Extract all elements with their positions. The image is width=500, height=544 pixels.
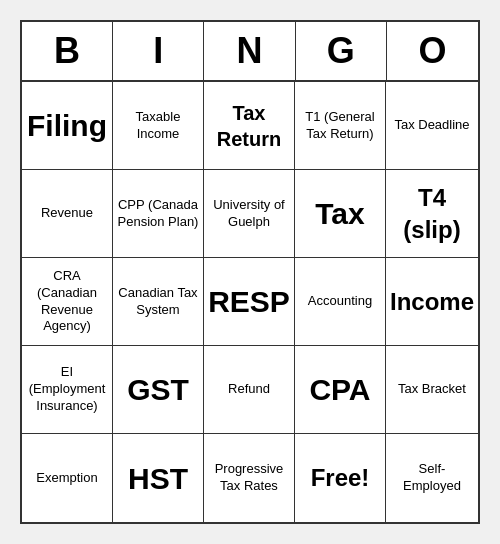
bingo-header-cell: B: [22, 22, 113, 80]
cell-text: HST: [128, 459, 188, 498]
cell-text: University of Guelph: [208, 197, 290, 231]
bingo-cell: University of Guelph: [204, 170, 295, 258]
cell-text: T4 (slip): [390, 182, 474, 244]
bingo-cell: T1 (General Tax Return): [295, 82, 386, 170]
cell-text: Accounting: [308, 293, 372, 310]
cell-text: Exemption: [36, 470, 97, 487]
cell-text: Revenue: [41, 205, 93, 222]
cell-text: Canadian Tax System: [117, 285, 199, 319]
bingo-grid: FilingTaxable IncomeTax ReturnT1 (Genera…: [22, 82, 478, 522]
cell-text: Tax Bracket: [398, 381, 466, 398]
cell-text: Free!: [311, 462, 370, 493]
cell-text: RESP: [208, 282, 290, 321]
bingo-cell: Self-Employed: [386, 434, 478, 522]
cell-text: Self-Employed: [390, 461, 474, 495]
bingo-cell: RESP: [204, 258, 295, 346]
bingo-cell: CPA: [295, 346, 386, 434]
bingo-cell: Refund: [204, 346, 295, 434]
bingo-cell: CRA (Canadian Revenue Agency): [22, 258, 113, 346]
bingo-header-cell: N: [204, 22, 295, 80]
bingo-header-cell: O: [387, 22, 478, 80]
bingo-header: BINGO: [22, 22, 478, 82]
cell-text: Filing: [27, 106, 107, 145]
bingo-cell: Progressive Tax Rates: [204, 434, 295, 522]
bingo-cell: HST: [113, 434, 204, 522]
cell-text: T1 (General Tax Return): [299, 109, 381, 143]
cell-text: Progressive Tax Rates: [208, 461, 290, 495]
cell-text: Tax Deadline: [394, 117, 469, 134]
bingo-cell: Tax Deadline: [386, 82, 478, 170]
cell-text: CRA (Canadian Revenue Agency): [26, 268, 108, 336]
cell-text: GST: [127, 370, 189, 409]
cell-text: Income: [390, 286, 474, 317]
bingo-card: BINGO FilingTaxable IncomeTax ReturnT1 (…: [20, 20, 480, 524]
cell-text: Tax: [315, 194, 364, 233]
cell-text: CPA: [309, 370, 370, 409]
bingo-cell: Filing: [22, 82, 113, 170]
bingo-cell: Accounting: [295, 258, 386, 346]
bingo-cell: Tax Return: [204, 82, 295, 170]
bingo-cell: Free!: [295, 434, 386, 522]
bingo-cell: Taxable Income: [113, 82, 204, 170]
bingo-cell: Revenue: [22, 170, 113, 258]
cell-text: Refund: [228, 381, 270, 398]
bingo-cell: GST: [113, 346, 204, 434]
bingo-cell: Tax Bracket: [386, 346, 478, 434]
bingo-cell: Canadian Tax System: [113, 258, 204, 346]
bingo-cell: Income: [386, 258, 478, 346]
bingo-header-cell: I: [113, 22, 204, 80]
bingo-header-cell: G: [296, 22, 387, 80]
bingo-cell: EI (Employment Insurance): [22, 346, 113, 434]
cell-text: Tax Return: [208, 100, 290, 152]
cell-text: Taxable Income: [117, 109, 199, 143]
cell-text: CPP (Canada Pension Plan): [117, 197, 199, 231]
bingo-cell: T4 (slip): [386, 170, 478, 258]
bingo-cell: Tax: [295, 170, 386, 258]
cell-text: EI (Employment Insurance): [26, 364, 108, 415]
bingo-cell: CPP (Canada Pension Plan): [113, 170, 204, 258]
bingo-cell: Exemption: [22, 434, 113, 522]
